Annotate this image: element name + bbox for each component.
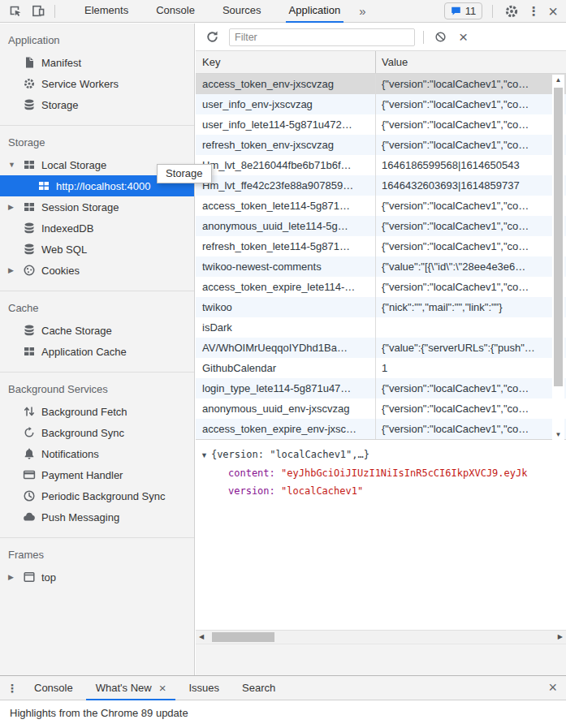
storage-value-cell[interactable]: {"version":"localCachev1","co… [376,94,566,114]
table-row[interactable]: access_token_expire_lete114-…{"version":… [196,277,566,297]
table-row[interactable]: refresh_token_lete114-5g871…{"version":"… [196,236,566,256]
sidebar-item-top[interactable]: ▶top [0,566,194,588]
storage-value-cell[interactable]: {"version":"localCachev1","co… [376,196,566,216]
refresh-icon[interactable] [205,30,219,45]
storage-value-cell[interactable] [376,317,566,338]
clear-all-icon[interactable] [434,31,447,44]
tab-elements[interactable]: Elements [81,0,132,23]
storage-value-cell[interactable]: {"version":"localCachev1","co… [376,236,566,256]
table-row[interactable]: user_info_env-jxscvzag{"version":"localC… [196,94,566,114]
close-drawer-icon[interactable]: × [548,679,557,696]
column-header-key[interactable]: Key [196,51,376,73]
storage-key-cell[interactable]: access_token_lete114-5g871… [196,196,376,216]
storage-value-cell[interactable]: 1 [376,358,566,378]
storage-key-cell[interactable]: refresh_token_env-jxscvzag [196,135,376,155]
tab-application[interactable]: Application [286,0,344,23]
table-row[interactable]: login_type_lete114-5g871u47…{"version":"… [196,378,566,398]
table-row[interactable]: AV/WhOIMrUeqqoIYDhd1Ba…{"value":{"server… [196,338,566,358]
table-row[interactable]: access_token_lete114-5g871…{"version":"l… [196,196,566,216]
console-messages-badge[interactable]: 11 [444,2,483,19]
preview-summary[interactable]: {version: "localCachev1",…} [211,449,369,460]
storage-key-cell[interactable]: access_token_expire_lete114-… [196,277,376,297]
drawer-tab-what-s-new[interactable]: What's New× [86,676,176,700]
sidebar-item-indexeddb[interactable]: IndexedDB [0,218,194,239]
sidebar-item-periodic-background-sync[interactable]: Periodic Background Sync [0,485,194,506]
sidebar-item-web-sql[interactable]: Web SQL [0,239,194,260]
vertical-scrollbar[interactable]: ▲ ▼ [552,75,564,440]
vertical-scroll-thumb[interactable] [554,88,563,386]
close-tab-icon[interactable]: × [159,676,166,700]
sidebar-item-cache-storage[interactable]: Cache Storage [0,320,194,341]
filter-input[interactable] [229,28,415,46]
settings-gear-icon[interactable] [503,3,520,19]
storage-value-cell[interactable]: {"version":"localCachev1","co… [376,74,566,94]
device-toolbar-icon[interactable] [31,4,45,19]
storage-key-cell[interactable]: GithubCalendar [196,358,376,378]
table-row[interactable]: access_token_env-jxscvzag{"version":"loc… [196,74,566,94]
table-row[interactable]: anonymous_uuid_env-jxscvzag{"version":"l… [196,398,566,419]
chevron-right-icon[interactable]: ▶ [8,266,23,274]
sidebar-item-storage[interactable]: Storage [0,94,194,115]
storage-value-cell[interactable]: {"value":"[{\"id\":\"28ee4e3e6… [376,256,566,277]
storage-key-cell[interactable]: access_token_env-jxscvzag [196,74,376,94]
sidebar-item-manifest[interactable]: Manifest [0,52,194,73]
storage-value-cell[interactable]: {"version":"localCachev1","co… [376,114,566,135]
storage-value-cell[interactable]: 1646186599568|1614650543 [376,155,566,175]
storage-value-cell[interactable]: {"version":"localCachev1","co… [376,419,566,439]
scroll-up-icon[interactable]: ▲ [552,76,564,84]
sidebar-item-push-messaging[interactable]: Push Messaging [0,506,194,528]
sidebar-item-cookies[interactable]: ▶Cookies [0,260,194,281]
sidebar-item-application-cache[interactable]: Application Cache [0,341,194,362]
delete-selected-icon[interactable]: × [459,31,468,44]
chevron-right-icon[interactable]: ▶ [8,573,23,581]
storage-key-cell[interactable]: anonymous_uuid_env-jxscvzag [196,398,376,419]
horizontal-scrollbar[interactable]: ◀ ▶ [196,630,566,644]
more-options-icon[interactable]: ⋮ [527,4,540,19]
storage-value-cell[interactable]: {"nick":"","mail":"","link":""} [376,297,566,317]
storage-value-cell[interactable]: 1646432603693|1614859737 [376,175,566,196]
storage-key-cell[interactable]: Hm_lvt_ffe42c23fe88a907859… [196,175,376,196]
drawer-menu-icon[interactable]: ⋮ [6,682,18,695]
sidebar-item-notifications[interactable]: Notifications [0,443,194,464]
storage-value-cell[interactable]: {"version":"localCachev1","co… [376,216,566,236]
storage-value-cell[interactable]: {"value":{"serverURLs":{"push"… [376,338,566,358]
storage-value-cell[interactable]: {"version":"localCachev1","co… [376,378,566,398]
storage-value-cell[interactable]: {"version":"localCachev1","co… [376,135,566,155]
table-row[interactable]: access_token_expire_env-jxsc…{"version":… [196,419,566,439]
scroll-left-icon[interactable]: ◀ [199,633,204,640]
drawer-tab-search[interactable]: Search [232,676,285,700]
table-row[interactable]: anonymous_uuid_lete114-5g…{"version":"lo… [196,216,566,236]
tab-console[interactable]: Console [153,0,198,23]
storage-key-cell[interactable]: access_token_expire_env-jxsc… [196,419,376,439]
storage-key-cell[interactable]: anonymous_uuid_lete114-5g… [196,216,376,236]
inspect-element-icon[interactable] [7,4,22,19]
storage-key-cell[interactable]: user_info_lete114-5g871u472… [196,114,376,135]
sidebar-item-payment-handler[interactable]: Payment Handler [0,464,194,485]
table-row[interactable]: isDark [196,317,566,338]
storage-key-cell[interactable]: twikoo-newest-comments [196,256,376,277]
horizontal-scroll-thumb[interactable] [212,632,274,642]
storage-key-cell[interactable]: refresh_token_lete114-5g871… [196,236,376,256]
drawer-tab-console[interactable]: Console [24,676,83,700]
chevron-down-icon[interactable]: ▼ [8,161,23,169]
storage-key-cell[interactable]: login_type_lete114-5g871u47… [196,378,376,398]
table-row[interactable]: user_info_lete114-5g871u472…{"version":"… [196,114,566,135]
table-row[interactable]: Hm_lvt_ffe42c23fe88a907859…1646432603693… [196,175,566,196]
storage-key-cell[interactable]: AV/WhOIMrUeqqoIYDhd1Ba… [196,338,376,358]
table-row[interactable]: twikoo-newest-comments{"value":"[{\"id\"… [196,256,566,277]
expand-arrow-icon[interactable]: ▼ [201,446,208,464]
close-devtools-icon[interactable]: × [548,3,558,19]
scroll-down-icon[interactable]: ▼ [552,431,564,438]
sidebar-item-background-sync[interactable]: Background Sync [0,422,194,443]
storage-value-cell[interactable]: {"version":"localCachev1","co… [376,398,566,419]
storage-key-cell[interactable]: isDark [196,317,376,338]
sidebar-item-session-storage[interactable]: ▶Session Storage [0,196,194,218]
scroll-right-icon[interactable]: ▶ [558,633,563,640]
table-row[interactable]: Hm_lvt_8e216044fbe6b71b6f…1646186599568|… [196,155,566,175]
table-row[interactable]: GithubCalendar1 [196,358,566,378]
sidebar-item-background-fetch[interactable]: Background Fetch [0,401,194,422]
storage-value-cell[interactable]: {"version":"localCachev1","co… [376,277,566,297]
drawer-tab-issues[interactable]: Issues [179,676,229,700]
sidebar-item-service-workers[interactable]: Service Workers [0,73,194,94]
storage-key-cell[interactable]: user_info_env-jxscvzag [196,94,376,114]
